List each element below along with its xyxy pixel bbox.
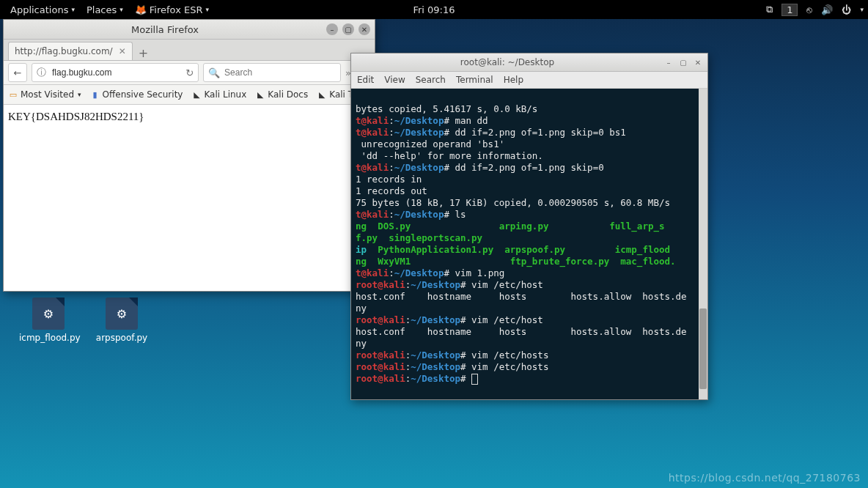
- firefox-window: Mozilla Firefox – ▢ ✕ http://flag.bugku.…: [3, 19, 375, 292]
- bookmark-icon: ◣: [255, 89, 265, 100]
- clock[interactable]: Fri 09:16: [413, 4, 455, 15]
- screencast-icon[interactable]: ⧉: [766, 4, 773, 15]
- volume-icon[interactable]: 🔊: [821, 4, 833, 15]
- tab-close-icon[interactable]: ✕: [119, 46, 126, 56]
- url-input[interactable]: [51, 67, 181, 78]
- current-app-menu[interactable]: 🦊Firefox ESR▾: [129, 4, 215, 15]
- network-icon[interactable]: ⎋: [806, 4, 812, 15]
- maximize-button[interactable]: ▢: [678, 57, 688, 67]
- url-bar[interactable]: ⓘ ↻: [32, 63, 199, 82]
- terminal-window: root@kali: ~/Desktop – ▢ ✕ Edit View Sea…: [350, 53, 708, 400]
- minimize-button[interactable]: –: [663, 57, 674, 67]
- desktop-icon[interactable]: ⚙ icmp_flood.py: [19, 297, 78, 343]
- terminal-scrollbar[interactable]: [699, 89, 707, 399]
- new-tab-button[interactable]: +: [133, 46, 154, 60]
- gnome-topbar: Applications▾ Places▾ 🦊Firefox ESR▾ Fri …: [0, 0, 868, 19]
- applications-menu[interactable]: Applications▾: [4, 4, 81, 15]
- close-button[interactable]: ✕: [358, 23, 370, 35]
- reload-icon[interactable]: ↻: [185, 67, 194, 78]
- places-menu[interactable]: Places▾: [81, 4, 129, 15]
- page-content: KEY{DSAHDSJ82HDS2211}: [4, 105, 375, 129]
- bookmark-kali-linux[interactable]: ◣Kali Linux: [191, 89, 246, 100]
- bookmarks-toolbar: ▭Most Visited▾ ▮Offensive Security ◣Kali…: [4, 85, 375, 105]
- window-title: root@kali: ~/Desktop: [356, 57, 659, 67]
- bookmark-most-visited[interactable]: ▭Most Visited▾: [8, 89, 81, 100]
- desktop-icon-label: arpspoof.py: [92, 333, 151, 343]
- tab-label: http://flag.bugku.com/: [15, 46, 113, 56]
- bookmark-icon: ◣: [317, 89, 327, 100]
- python-file-icon: ⚙: [106, 297, 138, 330]
- menu-search[interactable]: Search: [416, 75, 446, 85]
- minimize-button[interactable]: –: [326, 23, 338, 35]
- firefox-navbar: ← ⓘ ↻ 🔍 »: [4, 61, 375, 85]
- terminal-menubar: Edit View Search Terminal Help: [351, 72, 707, 89]
- folder-icon: ▭: [8, 89, 18, 100]
- page-text: KEY{DSAHDSJ82HDS2211}: [8, 111, 144, 122]
- desktop-icon[interactable]: ⚙ arpspoof.py: [92, 297, 151, 343]
- python-file-icon: ⚙: [32, 297, 65, 330]
- bookmark-icon: ▮: [90, 89, 100, 100]
- menu-help[interactable]: Help: [504, 75, 523, 85]
- bookmark-kali-docs[interactable]: ◣Kali Docs: [255, 89, 308, 100]
- browser-tab[interactable]: http://flag.bugku.com/ ✕: [8, 42, 133, 60]
- info-icon[interactable]: ⓘ: [37, 66, 46, 79]
- menu-view[interactable]: View: [384, 75, 405, 85]
- desktop-icon-label: icmp_flood.py: [19, 333, 78, 343]
- search-icon: 🔍: [208, 67, 220, 78]
- menu-edit[interactable]: Edit: [357, 75, 374, 85]
- menu-terminal[interactable]: Terminal: [456, 75, 493, 85]
- workspace-indicator[interactable]: 1: [781, 4, 798, 16]
- firefox-tabstrip: http://flag.bugku.com/ ✕ +: [4, 40, 375, 61]
- search-input[interactable]: [223, 67, 336, 78]
- firefox-titlebar[interactable]: Mozilla Firefox – ▢ ✕: [4, 20, 375, 40]
- watermark: https://blog.csdn.net/qq_27180763: [669, 472, 861, 484]
- close-button[interactable]: ✕: [693, 57, 703, 67]
- bookmark-offsec[interactable]: ▮Offensive Security: [90, 89, 183, 100]
- power-icon[interactable]: ⏻: [842, 4, 851, 15]
- terminal-titlebar[interactable]: root@kali: ~/Desktop – ▢ ✕: [351, 53, 707, 72]
- window-title: Mozilla Firefox: [8, 24, 322, 35]
- maximize-button[interactable]: ▢: [342, 23, 354, 35]
- terminal-body[interactable]: bytes copied, 5.41617 s, 0.0 kB/st@kali:…: [351, 89, 707, 399]
- search-bar[interactable]: 🔍: [203, 63, 341, 82]
- scrollbar-thumb[interactable]: [699, 308, 707, 389]
- firefox-icon: 🦊: [135, 4, 147, 15]
- bookmark-icon: ◣: [191, 89, 202, 100]
- back-button[interactable]: ←: [8, 63, 27, 82]
